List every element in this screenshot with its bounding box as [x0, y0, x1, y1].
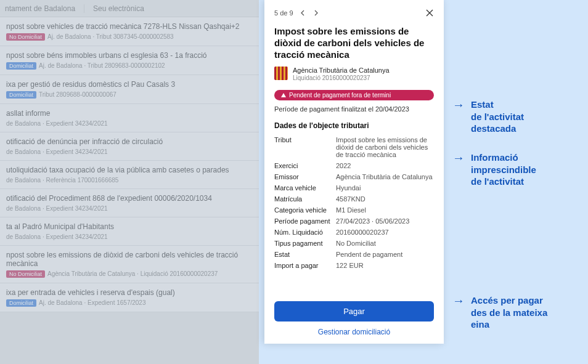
annotation-text-2: Informació imprescindible de l'activitat — [471, 152, 536, 188]
kv-value: 122 EUR — [336, 262, 364, 269]
warning-icon — [280, 92, 287, 99]
section-title: Dades de l'objecte tributari — [274, 121, 434, 130]
details-table: Tribut Impost sobre les emissions de diò… — [274, 136, 434, 273]
annotation-status: → Estat de l'activitat destacada — [452, 99, 524, 135]
overlay-dim — [0, 0, 259, 364]
pay-button[interactable]: Pagar — [274, 301, 434, 322]
kv-label: Marca vehicle — [274, 184, 336, 192]
table-row: Núm. Liquidació 20160000020237 — [274, 229, 434, 236]
kv-label: Tipus pagament — [274, 240, 336, 247]
arrow-right-icon: → — [452, 99, 465, 111]
kv-value: Impost sobre les emissions de diòxid de … — [336, 136, 434, 158]
manage-domiciliation-link[interactable]: Gestionar domiciliació — [274, 328, 434, 336]
kv-label: Tribut — [274, 136, 336, 158]
table-row: Període pagament 27/04/2023 · 05/06/2023 — [274, 217, 434, 225]
kv-label: Import a pagar — [274, 262, 336, 269]
table-row: Estat Pendent de pagament — [274, 251, 434, 258]
period-text: Període de pagament finalitzat el 20/04/… — [274, 105, 434, 113]
kv-label: Categoria vehicle — [274, 206, 336, 214]
kv-value: 2022 — [336, 162, 351, 169]
table-row: Categoria vehicle M1 Diesel — [274, 206, 434, 214]
kv-label: Període pagament — [274, 217, 336, 225]
kv-label: Emissor — [274, 173, 336, 180]
table-row: Matrícula 4587KND — [274, 195, 434, 203]
table-row: Import a pagar 122 EUR — [274, 262, 434, 269]
status-badge: Pendent de pagament fora de termini — [274, 90, 434, 100]
kv-value: 27/04/2023 · 05/06/2023 — [336, 217, 409, 225]
kv-value: M1 Diesel — [336, 206, 366, 214]
modal-title: Impost sobre les emissions de diòxid de … — [274, 26, 434, 60]
annotation-text-1: Estat de l'activitat destacada — [471, 99, 524, 135]
detail-modal: 5 de 9 Impost sobre les emissions de diò… — [264, 0, 444, 344]
kv-label: Estat — [274, 251, 336, 258]
kv-value: Pendent de pagament — [336, 251, 402, 258]
arrow-right-icon: → — [452, 294, 465, 307]
annotation-text-3: Accés per pagar des de la mateixa eina — [471, 294, 547, 331]
table-row: Tipus pagament No Domiciliat — [274, 240, 434, 247]
issuer-name: Agència Tributària de Catalunya — [293, 67, 390, 75]
status-badge-text: Pendent de pagament fora de termini — [289, 92, 391, 99]
pager-next-button[interactable] — [312, 9, 321, 17]
issuer-row: Agència Tributària de Catalunya Liquidac… — [274, 67, 434, 81]
table-row: Marca vehicle Hyundai — [274, 184, 434, 192]
pager-text: 5 de 9 — [274, 9, 293, 17]
issuer-sub: Liquidació 20160000020237 — [293, 75, 390, 81]
arrow-right-icon: → — [452, 152, 465, 164]
issuer-logo-icon — [274, 67, 288, 80]
table-row: Emissor Agència Tributària de Catalunya — [274, 173, 434, 180]
kv-value: Agència Tributària de Catalunya — [336, 173, 433, 180]
kv-value: 20160000020237 — [336, 229, 389, 236]
table-row: Exercici 2022 — [274, 162, 434, 169]
kv-value: Hyundai — [336, 184, 361, 192]
kv-label: Matrícula — [274, 195, 336, 203]
annotation-pay: → Accés per pagar des de la mateixa eina — [452, 294, 547, 331]
kv-label: Exercici — [274, 162, 336, 169]
modal-topbar: 5 de 9 — [274, 9, 434, 17]
table-row: Tribut Impost sobre les emissions de diò… — [274, 136, 434, 158]
annotation-info: → Informació imprescindible de l'activit… — [452, 152, 536, 188]
pager-prev-button[interactable] — [298, 9, 307, 17]
kv-label: Núm. Liquidació — [274, 229, 336, 236]
kv-value: No Domiciliat — [336, 240, 376, 247]
kv-value: 4587KND — [336, 195, 365, 203]
close-button[interactable] — [425, 9, 434, 17]
